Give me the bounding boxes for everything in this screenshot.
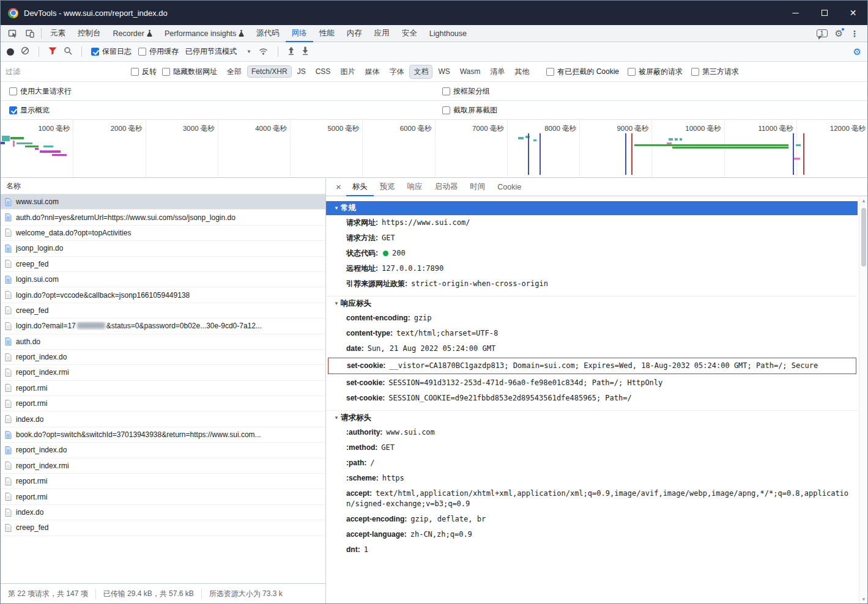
record-icon[interactable] [7, 48, 14, 56]
blocked-requests-checkbox[interactable]: 被屏蔽的请求 [628, 67, 683, 77]
scroll-down-icon[interactable]: ▼ [859, 597, 868, 602]
close-button[interactable]: ✕ [839, 1, 867, 25]
tab-应用[interactable]: 应用 [368, 25, 396, 42]
request-row[interactable]: www.sui.com [1, 194, 325, 210]
network-overview-timeline[interactable]: 1000 毫秒2000 毫秒3000 毫秒4000 毫秒5000 毫秒6000 … [1, 120, 867, 178]
header-key: content-encoding: [346, 314, 410, 322]
inspect-icon[interactable] [4, 26, 21, 42]
section-header-响应标头[interactable]: ▼响应标头 [326, 296, 858, 311]
request-row[interactable]: report.rmi [1, 489, 325, 504]
preserve-log-checkbox[interactable]: 保留日志 [91, 46, 132, 57]
clear-icon[interactable] [21, 46, 29, 57]
filter-funnel-icon[interactable] [48, 47, 57, 57]
detail-tab-标头[interactable]: 标头 [346, 178, 374, 196]
tab-源代码[interactable]: 源代码 [250, 25, 286, 42]
section-header-请求标头[interactable]: ▼请求标头 [326, 411, 858, 425]
filter-type-其他[interactable]: 其他 [510, 65, 533, 79]
name-column-header[interactable]: 名称 [1, 178, 325, 194]
scrollbar-thumb[interactable] [861, 208, 866, 267]
header-value: strict-origin-when-cross-origin [411, 279, 548, 288]
timeline-tick-label: 4000 毫秒 [255, 124, 287, 133]
filter-type-WS[interactable]: WS [434, 65, 454, 78]
import-har-icon[interactable] [287, 46, 295, 57]
filter-type-字体[interactable]: 字体 [385, 65, 408, 79]
big-request-rows-checkbox[interactable]: 使用大量请求行 [9, 86, 72, 97]
detail-tab-bar: × 标头预览响应启动器时间Cookie [326, 178, 867, 196]
filter-type-图片[interactable]: 图片 [336, 65, 359, 79]
tab-bar-right: 1 ⚙ ⋮ [817, 29, 864, 39]
section-header-常规[interactable]: ▼常规 [326, 201, 858, 215]
tab-控制台[interactable]: 控制台 [72, 25, 107, 42]
filter-type-媒体[interactable]: 媒体 [360, 65, 384, 79]
request-row[interactable]: login.do?opt=vccode&callback=jsonp166105… [1, 287, 325, 303]
request-row[interactable]: index.do [1, 411, 325, 427]
file-icon [5, 260, 12, 268]
network-settings-gear-icon[interactable]: ⚙ [853, 46, 861, 57]
more-menu-icon[interactable]: ⋮ [850, 29, 859, 39]
request-row[interactable]: welcome_data.do?opt=topActivities [1, 226, 325, 241]
devtools-tab-bar: 元素控制台RecorderPerformance insights源代码网络性能… [1, 25, 867, 42]
request-row[interactable]: index.do [1, 505, 325, 520]
detail-scrollbar[interactable]: ▲ ▼ [859, 197, 867, 603]
detail-tab-时间[interactable]: 时间 [464, 178, 491, 196]
tab-Lighthouse[interactable]: Lighthouse [423, 25, 473, 42]
group-by-frame-label: 按框架分组 [453, 86, 490, 97]
capture-screenshots-checkbox[interactable]: 截取屏幕截图 [442, 105, 497, 116]
tab-内存[interactable]: 内存 [341, 25, 368, 42]
search-icon[interactable] [64, 46, 72, 57]
request-row[interactable]: creep_fed [1, 303, 325, 319]
show-overview-checkbox[interactable]: 显示概览 [9, 105, 50, 116]
request-row[interactable]: login.sui.com [1, 272, 325, 287]
request-row[interactable]: creep_fed [1, 520, 325, 536]
request-row[interactable]: creep_fed [1, 257, 325, 272]
console-drawer-badge[interactable]: 1 [817, 29, 828, 37]
filter-type-JS[interactable]: JS [293, 65, 310, 78]
request-row[interactable]: auth.do [1, 334, 325, 350]
group-by-frame-checkbox[interactable]: 按框架分组 [442, 86, 490, 97]
detail-tab-预览[interactable]: 预览 [374, 178, 401, 196]
tab-性能[interactable]: 性能 [313, 25, 341, 42]
disable-cache-checkbox[interactable]: 停用缓存 [138, 46, 179, 57]
hide-data-urls-checkbox[interactable]: 隐藏数据网址 [162, 67, 217, 77]
device-toolbar-icon[interactable] [21, 26, 39, 42]
request-detail-panel: × 标头预览响应启动器时间Cookie ▼常规请求网址:https://www.… [326, 178, 867, 603]
filter-type-清单[interactable]: 清单 [486, 65, 509, 79]
maximize-button[interactable] [810, 1, 839, 25]
request-row[interactable]: auth.do?nnl=yes&returnUrl=https://www.su… [1, 210, 325, 225]
request-row[interactable]: report.rmi [1, 381, 325, 396]
throttling-select[interactable]: 已停用节流模式 ▼ [185, 46, 251, 57]
tab-Performance insights[interactable]: Performance insights [158, 25, 250, 42]
tab-元素[interactable]: 元素 [44, 25, 72, 42]
filter-type-全部[interactable]: 全部 [223, 65, 246, 79]
request-row[interactable]: login.do?email=17&status=0&password=0b02… [1, 319, 325, 334]
request-row[interactable]: report_index.do [1, 350, 325, 365]
close-detail-icon[interactable]: × [331, 182, 346, 192]
export-har-icon[interactable] [302, 46, 309, 57]
tab-安全[interactable]: 安全 [396, 25, 423, 42]
blocked-cookies-checkbox[interactable]: 有已拦截的 Cookie [546, 67, 619, 77]
tab-网络[interactable]: 网络 [286, 25, 313, 42]
detail-tab-启动器[interactable]: 启动器 [429, 178, 464, 196]
request-row[interactable]: jsonp_login.do [1, 241, 325, 256]
scroll-up-icon[interactable]: ▲ [859, 198, 868, 204]
filter-type-Wasm[interactable]: Wasm [456, 65, 485, 78]
detail-tab-响应[interactable]: 响应 [401, 178, 429, 196]
checkbox-icon [442, 87, 450, 95]
filter-type-CSS[interactable]: CSS [311, 65, 335, 78]
request-row[interactable]: report_index.rmi [1, 365, 325, 380]
filter-type-Fetch/XHR[interactable]: Fetch/XHR [247, 65, 292, 78]
invert-checkbox[interactable]: 反转 [131, 67, 157, 77]
third-party-checkbox[interactable]: 第三方请求 [691, 67, 739, 77]
network-conditions-icon[interactable] [258, 47, 269, 57]
filter-type-文档[interactable]: 文档 [409, 65, 432, 79]
tab-Recorder[interactable]: Recorder [107, 25, 158, 42]
request-row[interactable]: report.rmi [1, 396, 325, 411]
request-row[interactable]: report_index.rmi [1, 459, 325, 474]
filter-input[interactable] [6, 67, 125, 76]
minimize-button[interactable]: ─ [781, 1, 810, 25]
request-row[interactable]: report_index.do [1, 443, 325, 458]
request-row[interactable]: report.rmi [1, 474, 325, 489]
request-row[interactable]: book.do?opt=switch&switchId=37013943938&… [1, 427, 325, 443]
detail-tab-Cookie[interactable]: Cookie [491, 178, 527, 196]
settings-gear-icon[interactable]: ⚙ [835, 29, 843, 38]
